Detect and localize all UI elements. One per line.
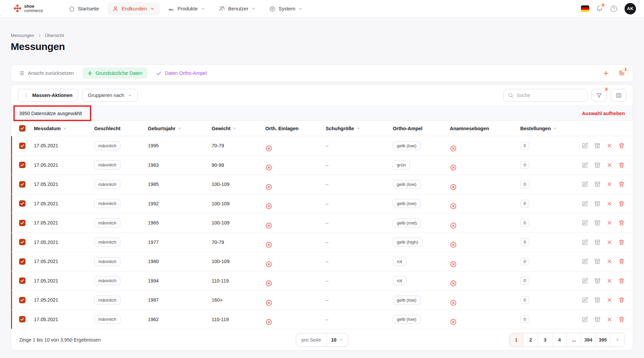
edit-button[interactable] xyxy=(582,219,588,226)
archive-button[interactable] xyxy=(594,142,601,149)
page-button-3[interactable]: 3 xyxy=(538,333,552,347)
table-row[interactable]: 17.05.2021 männlich 1994 110-119 – rot 0 xyxy=(11,271,633,291)
column-header-geschlecht[interactable]: Geschlecht xyxy=(94,126,148,131)
row-checkbox[interactable] xyxy=(19,316,25,322)
cancel-icon[interactable] xyxy=(606,258,612,264)
archive-button[interactable] xyxy=(594,239,601,246)
nav-item-benutzer[interactable]: Benutzer xyxy=(214,2,261,15)
archive-button[interactable] xyxy=(594,162,601,168)
row-checkbox[interactable] xyxy=(19,143,25,149)
row-checkbox[interactable] xyxy=(19,200,25,207)
nav-item-system[interactable]: System xyxy=(264,2,308,15)
cancel-icon[interactable] xyxy=(606,201,612,207)
delete-button[interactable] xyxy=(618,181,625,188)
bulk-actions-button[interactable]: Massen-Aktionen xyxy=(18,89,78,102)
edit-button[interactable] xyxy=(582,297,588,303)
page-button-1[interactable]: 1 xyxy=(509,333,524,347)
view-tab-grundsaetzliche-daten[interactable]: Grundsätzliche Daten xyxy=(83,67,147,79)
edit-button[interactable] xyxy=(582,181,588,188)
select-all-checkbox[interactable] xyxy=(19,125,25,132)
saved-views-button[interactable]: 1 xyxy=(618,69,626,77)
filter-button[interactable]: 0 xyxy=(591,89,607,102)
row-checkbox[interactable] xyxy=(19,181,25,188)
edit-button[interactable] xyxy=(582,316,588,323)
edit-button[interactable] xyxy=(582,200,588,207)
table-row[interactable]: 17.05.2021 männlich 1980 100-109 – rot 0 xyxy=(11,252,633,271)
cancel-icon[interactable] xyxy=(606,316,612,322)
column-header-anamnesebogen[interactable]: Anamnesebogen xyxy=(450,126,520,131)
delete-button[interactable] xyxy=(618,142,625,149)
archive-button[interactable] xyxy=(594,200,601,207)
row-checkbox[interactable] xyxy=(19,162,25,168)
archive-button[interactable] xyxy=(594,181,601,188)
nav-item-produkte[interactable]: Produkte xyxy=(163,2,210,15)
delete-button[interactable] xyxy=(618,316,625,323)
delete-button[interactable] xyxy=(618,239,625,246)
help-button[interactable] xyxy=(610,5,618,13)
archive-button[interactable] xyxy=(594,316,601,323)
cancel-icon[interactable] xyxy=(606,181,612,187)
column-header-ortho-ampel[interactable]: Ortho-Ampel xyxy=(393,126,450,131)
table-row[interactable]: 17.05.2021 männlich 1977 70-79 – gelb (h… xyxy=(11,233,633,252)
view-tab-daten-ortho-ampel[interactable]: Daten Ortho-Ampel xyxy=(156,70,207,76)
group-by-button[interactable]: Gruppieren nach xyxy=(82,89,138,102)
page-button-4[interactable]: 4 xyxy=(552,333,567,347)
column-header-gewicht[interactable]: Gewicht xyxy=(212,126,265,131)
breadcrumb-item[interactable]: Übersicht xyxy=(45,33,64,38)
archive-button[interactable] xyxy=(594,219,601,226)
table-row[interactable]: 17.05.2021 männlich 1985 100-109 – gelb … xyxy=(11,175,633,194)
delete-button[interactable] xyxy=(618,258,625,265)
per-page-select[interactable]: 10 xyxy=(327,334,348,346)
archive-button[interactable] xyxy=(594,277,601,284)
row-checkbox[interactable] xyxy=(19,277,25,284)
search-input[interactable] xyxy=(517,93,583,98)
edit-button[interactable] xyxy=(582,277,588,284)
notifications-button[interactable]: 0 xyxy=(596,5,603,12)
edit-button[interactable] xyxy=(582,239,588,246)
columns-button[interactable] xyxy=(611,89,626,102)
cancel-icon[interactable] xyxy=(606,162,612,168)
edit-button[interactable] xyxy=(582,162,588,168)
column-header-messdatum[interactable]: Messdatum xyxy=(34,126,94,131)
table-row[interactable]: 17.05.2021 männlich 1983 90-99 – grün 0 xyxy=(11,156,633,175)
nav-item-endkunden[interactable]: Endkunden xyxy=(107,2,160,15)
avatar[interactable]: AK xyxy=(625,3,636,14)
row-checkbox[interactable] xyxy=(19,220,25,226)
column-header-bestellungen[interactable]: Bestellungen xyxy=(520,126,571,131)
column-header-schuhgroesse[interactable]: Schuhgröße xyxy=(326,126,393,131)
clear-selection-button[interactable]: Auswahl aufheben xyxy=(582,111,625,116)
table-row[interactable]: 17.05.2021 männlich 1995 70-79 – gelb (l… xyxy=(11,136,633,156)
column-header-geburtsjahr[interactable]: Geburtsjahr xyxy=(148,126,212,131)
delete-button[interactable] xyxy=(618,297,625,303)
logo[interactable]: shoe commerce xyxy=(13,4,43,13)
cancel-icon[interactable] xyxy=(606,239,612,245)
table-row[interactable]: 17.05.2021 männlich 1992 100-109 – gelb … xyxy=(11,194,633,214)
archive-button[interactable] xyxy=(594,258,601,265)
next-page-button[interactable] xyxy=(610,333,625,347)
row-checkbox[interactable] xyxy=(19,239,25,245)
delete-button[interactable] xyxy=(618,200,625,207)
language-flag-de[interactable] xyxy=(581,5,589,12)
column-header-orth-einlagen[interactable]: Orth. Einlagen xyxy=(265,126,326,131)
table-row[interactable]: 17.05.2021 männlich 1965 100-109 – gelb … xyxy=(11,213,633,233)
table-row[interactable]: 17.05.2021 männlich 1987 160+ – gelb (lo… xyxy=(11,291,633,310)
delete-button[interactable] xyxy=(618,162,625,168)
delete-button[interactable] xyxy=(618,219,625,226)
cancel-icon[interactable] xyxy=(606,297,612,303)
row-checkbox[interactable] xyxy=(19,297,25,303)
cancel-icon[interactable] xyxy=(606,278,612,284)
row-checkbox[interactable] xyxy=(19,258,25,265)
search-field[interactable] xyxy=(503,89,587,102)
page-button-395[interactable]: 395 xyxy=(596,333,610,347)
page-button-394[interactable]: 394 xyxy=(581,333,596,347)
add-view-button[interactable] xyxy=(602,70,609,77)
reset-view-button[interactable]: Ansicht zurücksetzen xyxy=(18,70,74,76)
archive-button[interactable] xyxy=(594,297,601,303)
delete-button[interactable] xyxy=(618,277,625,284)
edit-button[interactable] xyxy=(582,258,588,265)
table-row[interactable]: 17.05.2021 männlich 1962 110-119 – gelb … xyxy=(11,310,633,329)
breadcrumb-item[interactable]: Messungen xyxy=(11,33,34,38)
cancel-icon[interactable] xyxy=(606,143,612,149)
nav-item-startseite[interactable]: Startseite xyxy=(64,2,104,15)
cancel-icon[interactable] xyxy=(606,220,612,226)
